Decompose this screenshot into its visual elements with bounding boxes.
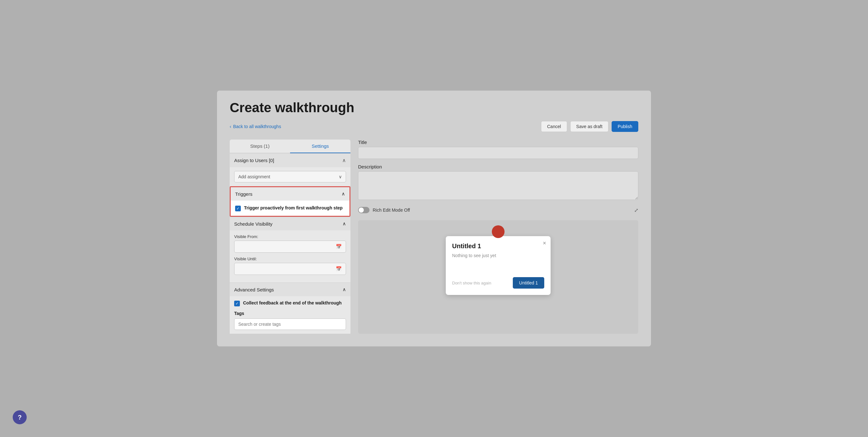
tags-input[interactable] bbox=[234, 318, 346, 330]
toggle-thumb bbox=[359, 207, 364, 213]
publish-button[interactable]: Publish bbox=[612, 121, 638, 132]
rich-edit-bar: Rich Edit Mode Off ⤢ bbox=[358, 205, 638, 215]
schedule-section-content: Visible From: 📅 Visible Until: 📅 bbox=[230, 230, 350, 283]
rich-edit-toggle-container: Rich Edit Mode Off bbox=[358, 207, 410, 213]
feedback-checkbox-row: ✓ Collect feedback at the end of the wal… bbox=[234, 300, 346, 307]
popup-footer: Don't show this again Untitled 1 bbox=[452, 277, 544, 289]
trigger-proactive-row: ✓ Trigger proactively from first walkthr… bbox=[235, 205, 345, 211]
title-label: Title bbox=[358, 140, 638, 145]
expand-icon[interactable]: ⤢ bbox=[634, 207, 638, 213]
back-link[interactable]: ‹ Back to all walkthroughs bbox=[230, 124, 281, 129]
trigger-proactive-label: Trigger proactively from first walkthrou… bbox=[244, 205, 342, 211]
tab-settings[interactable]: Settings bbox=[290, 140, 350, 153]
top-actions: Cancel Save as draft Publish bbox=[541, 121, 638, 132]
add-assignment-dropdown[interactable]: Add assignment ∨ bbox=[234, 171, 346, 182]
tab-steps[interactable]: Steps (1) bbox=[230, 140, 290, 153]
triggers-label: Triggers bbox=[235, 191, 252, 197]
advanced-label: Advanced Settings bbox=[234, 287, 274, 292]
dont-show-link[interactable]: Don't show this again bbox=[452, 281, 491, 285]
walkthrough-popup: × Untitled 1 Nothing to see just yet Don… bbox=[446, 236, 551, 295]
advanced-section-content: ✓ Collect feedback at the end of the wal… bbox=[230, 296, 350, 334]
feedback-checkbox[interactable]: ✓ bbox=[234, 301, 240, 307]
calendar-from-icon: 📅 bbox=[336, 244, 342, 250]
description-label: Description bbox=[358, 164, 638, 169]
assign-users-section-content: Add assignment ∨ bbox=[230, 167, 350, 186]
rich-edit-toggle[interactable] bbox=[358, 207, 370, 213]
triggers-section: Triggers ∧ ✓ Trigger proactively from fi… bbox=[230, 186, 350, 217]
assign-users-label: Assign to Users [0] bbox=[234, 158, 274, 163]
visible-until-label: Visible Until: bbox=[234, 257, 346, 261]
top-bar: ‹ Back to all walkthroughs Cancel Save a… bbox=[230, 121, 638, 132]
triggers-body: ✓ Trigger proactively from first walkthr… bbox=[231, 201, 349, 216]
back-link-text: Back to all walkthroughs bbox=[233, 124, 281, 129]
tags-label: Tags bbox=[234, 311, 346, 316]
feedback-check-icon: ✓ bbox=[236, 301, 239, 306]
page-title: Create walkthrough bbox=[230, 100, 638, 115]
main-container: Create walkthrough ‹ Back to all walkthr… bbox=[217, 91, 651, 346]
visible-from-input[interactable]: 📅 bbox=[234, 241, 346, 253]
save-draft-button[interactable]: Save as draft bbox=[570, 121, 609, 132]
chevron-left-icon: ‹ bbox=[230, 124, 231, 129]
help-button[interactable]: ? bbox=[13, 410, 27, 424]
advanced-chevron-up-icon: ∧ bbox=[342, 287, 346, 292]
description-field-section: Description bbox=[358, 164, 638, 200]
assign-users-section-header[interactable]: Assign to Users [0] ∧ bbox=[230, 153, 350, 167]
popup-title: Untitled 1 bbox=[452, 242, 544, 250]
schedule-chevron-up-icon: ∧ bbox=[342, 221, 346, 227]
advanced-section: Advanced Settings ∧ ✓ Collect feedback a… bbox=[230, 283, 350, 334]
question-icon: ? bbox=[18, 414, 22, 421]
visible-until-group: Visible Until: 📅 bbox=[234, 257, 346, 275]
cancel-button[interactable]: Cancel bbox=[541, 121, 567, 132]
schedule-label: Schedule Visibility bbox=[234, 221, 273, 227]
assign-users-chevron-up-icon: ∧ bbox=[342, 157, 346, 163]
left-panel: Steps (1) Settings Assign to Users [0] ∧… bbox=[230, 140, 350, 334]
visible-until-input[interactable]: 📅 bbox=[234, 263, 346, 275]
visible-from-label: Visible From: bbox=[234, 234, 346, 239]
triggers-chevron-up-icon: ∧ bbox=[342, 191, 345, 197]
title-field-section: Title bbox=[358, 140, 638, 159]
tabs: Steps (1) Settings bbox=[230, 140, 350, 153]
preview-area: × Untitled 1 Nothing to see just yet Don… bbox=[358, 220, 638, 334]
description-input[interactable] bbox=[358, 171, 638, 200]
feedback-label: Collect feedback at the end of the walkt… bbox=[243, 300, 342, 307]
avatar bbox=[492, 225, 504, 238]
add-assignment-label: Add assignment bbox=[238, 174, 270, 179]
popup-action-button[interactable]: Untitled 1 bbox=[513, 277, 544, 289]
visible-from-group: Visible From: 📅 bbox=[234, 234, 346, 253]
rich-edit-label: Rich Edit Mode Off bbox=[373, 207, 410, 213]
calendar-until-icon: 📅 bbox=[336, 266, 342, 272]
title-input[interactable] bbox=[358, 147, 638, 159]
schedule-section: Schedule Visibility ∧ Visible From: 📅 Vi… bbox=[230, 217, 350, 283]
popup-close-button[interactable]: × bbox=[542, 240, 546, 246]
triggers-section-header[interactable]: Triggers ∧ bbox=[231, 187, 349, 201]
dropdown-chevron-down-icon: ∨ bbox=[339, 174, 342, 179]
trigger-proactive-checkbox[interactable]: ✓ bbox=[235, 206, 241, 211]
content-area: Steps (1) Settings Assign to Users [0] ∧… bbox=[230, 140, 638, 334]
popup-body: Nothing to see just yet bbox=[452, 253, 544, 258]
advanced-section-header[interactable]: Advanced Settings ∧ bbox=[230, 283, 350, 296]
schedule-section-header[interactable]: Schedule Visibility ∧ bbox=[230, 217, 350, 230]
check-icon: ✓ bbox=[237, 206, 240, 211]
right-panel: Title Description Rich Edit Mode Off ⤢ bbox=[358, 140, 638, 334]
